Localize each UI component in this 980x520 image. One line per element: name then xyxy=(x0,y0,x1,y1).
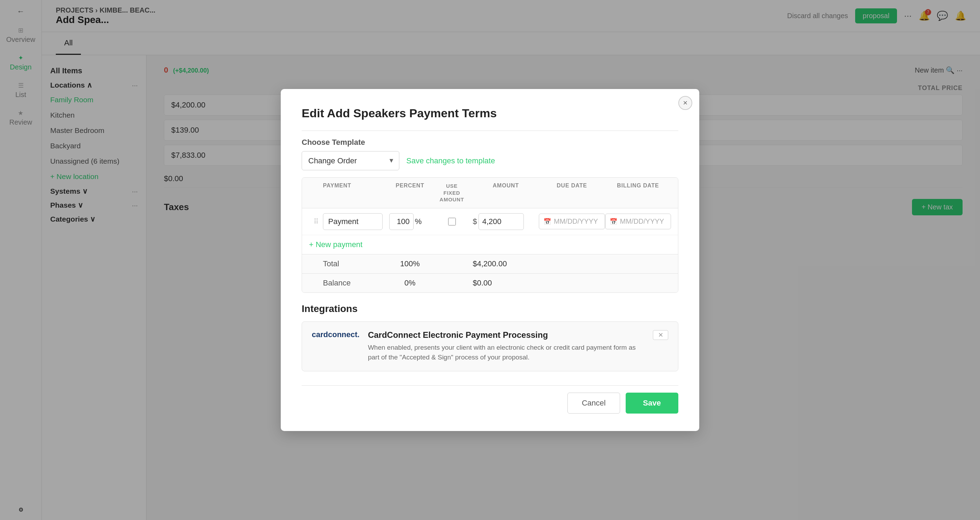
balance-label: Balance xyxy=(323,279,389,287)
fixed-cell xyxy=(431,218,473,225)
integration-toggle: ✕ xyxy=(653,330,668,340)
modal-title: Edit Add Speakers Payment Terms xyxy=(302,107,678,120)
total-label: Total xyxy=(323,259,389,268)
save-template-button[interactable]: Save changes to template xyxy=(406,156,495,166)
close-icon: × xyxy=(683,99,688,107)
payment-name-cell xyxy=(323,213,389,230)
col-billing-date: BILLING DATE xyxy=(605,182,671,203)
modal-overlay: × Edit Add Speakers Payment Terms Choose… xyxy=(0,0,980,520)
billing-date-placeholder: MM/DD/YYYY xyxy=(620,217,664,225)
modal-footer: Cancel Save xyxy=(302,385,678,413)
col-due-date: DUE DATE xyxy=(539,182,605,203)
payment-table-footer: Total 100% $4,200.00 Balance 0% $0.00 xyxy=(302,254,678,292)
template-select[interactable]: Change Order ▼ xyxy=(302,151,399,170)
integration-title: CardConnect Electronic Payment Processin… xyxy=(368,330,644,340)
due-date-placeholder: MM/DD/YYYY xyxy=(554,217,598,225)
calendar-icon: 📅 xyxy=(609,218,617,225)
fixed-checkbox[interactable] xyxy=(448,218,456,225)
modal: × Edit Add Speakers Payment Terms Choose… xyxy=(281,89,699,431)
choose-template-label: Choose Template xyxy=(302,138,678,147)
billing-date-cell[interactable]: 📅 MM/DD/YYYY xyxy=(605,214,671,229)
total-amount: $4,200.00 xyxy=(473,259,539,268)
balance-amount: $0.00 xyxy=(473,279,539,287)
col-amount: AMOUNT xyxy=(473,182,539,203)
col-percent: PERCENT xyxy=(389,182,431,203)
integration-content: CardConnect Electronic Payment Processin… xyxy=(368,330,644,363)
template-row: Change Order ▼ Save changes to template xyxy=(302,151,678,170)
toggle-button[interactable]: ✕ xyxy=(653,330,668,340)
balance-percent: 0% xyxy=(389,279,431,287)
integration-desc: When enabled, presents your client with … xyxy=(368,343,644,363)
due-date-cell[interactable]: 📅 MM/DD/YYYY xyxy=(539,214,605,229)
integration-card: cardconnect. CardConnect Electronic Paym… xyxy=(302,321,678,371)
total-percent: 100% xyxy=(389,259,431,268)
percent-input[interactable] xyxy=(389,213,414,230)
cardconnect-logo: cardconnect. xyxy=(312,330,360,339)
col-payment: PAYMENT xyxy=(323,182,389,203)
cancel-button[interactable]: Cancel xyxy=(568,392,620,413)
modal-close-button[interactable]: × xyxy=(678,96,692,110)
col-fixed: USEFIXEDAMOUNT xyxy=(431,182,473,203)
amount-input[interactable] xyxy=(479,213,524,230)
template-dropdown[interactable]: Change Order xyxy=(302,151,399,170)
payment-name-input[interactable] xyxy=(323,213,383,230)
dollar-sign: $ xyxy=(473,217,477,226)
percent-cell: % xyxy=(389,213,431,230)
toggle-x-icon: ✕ xyxy=(658,331,663,339)
total-row: Total 100% $4,200.00 xyxy=(302,254,678,273)
divider xyxy=(302,131,678,131)
balance-row: Balance 0% $0.00 xyxy=(302,273,678,292)
save-button[interactable]: Save xyxy=(626,392,678,413)
new-payment-row: + New payment xyxy=(302,235,678,254)
payment-table-header: PAYMENT PERCENT USEFIXEDAMOUNT AMOUNT DU… xyxy=(302,178,678,208)
percent-sign: % xyxy=(415,217,422,226)
amount-cell: $ xyxy=(473,213,539,230)
col-drag xyxy=(309,182,323,203)
integrations-title: Integrations xyxy=(302,303,678,314)
new-payment-button[interactable]: + New payment xyxy=(302,235,369,254)
calendar-icon: 📅 xyxy=(543,218,551,225)
integrations-section: Integrations cardconnect. CardConnect El… xyxy=(302,303,678,371)
payment-row: ⠿ % $ 📅 MM/DD/YYYY xyxy=(302,208,678,235)
drag-handle-icon[interactable]: ⠿ xyxy=(309,217,323,226)
payment-table: PAYMENT PERCENT USEFIXEDAMOUNT AMOUNT DU… xyxy=(302,177,678,293)
